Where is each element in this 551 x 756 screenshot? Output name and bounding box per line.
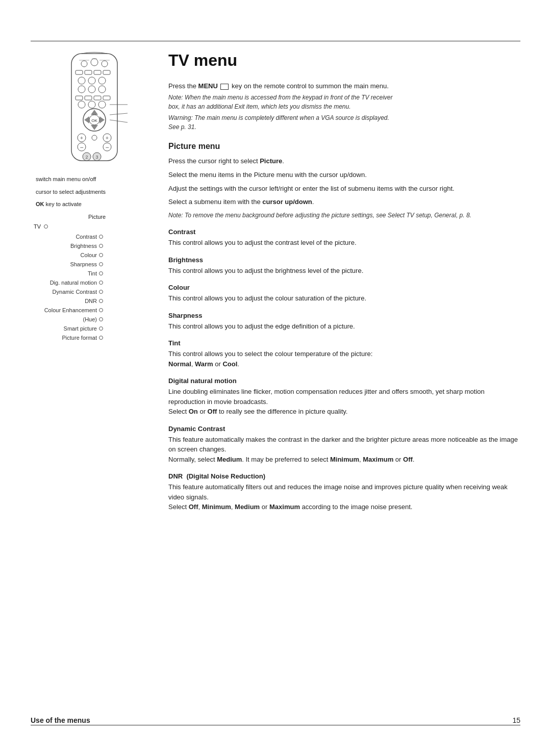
svg-text:+: + [106, 135, 109, 141]
row-label-contrast: Contrast [31, 234, 97, 240]
row-dot-sharpness [99, 262, 103, 266]
intro-press2: key on the remote control to summon the … [232, 82, 389, 90]
row-label-dnr: DNR [31, 298, 97, 304]
dynamic-contrast-title: Dynamic Contrast [168, 425, 520, 433]
svg-rect-18 [85, 96, 92, 100]
sharpness-title: Sharpness [168, 312, 520, 319]
subsection-colour: Colour This control allows you to adjust… [168, 284, 520, 304]
svg-marker-25 [91, 110, 98, 115]
row-label-colour: Colour [31, 252, 97, 258]
intro-press: Press the [168, 82, 196, 90]
row-label-tint: Tint [31, 270, 97, 276]
diagram-row-picture-format: Picture format [31, 333, 163, 342]
pm-line3: Adjust the settings with the cursor left… [168, 184, 520, 194]
diagram-row-brightness: Brightness [31, 241, 163, 250]
page-title: TV menu [168, 51, 520, 70]
colour-title: Colour [168, 284, 520, 291]
remote-illustration: OK + + − − 2 3 [56, 51, 138, 165]
contrast-body: This control allows you to adjust the co… [168, 238, 520, 248]
svg-line-46 [110, 113, 128, 115]
diagram-top-label: Picture [31, 214, 163, 220]
diagram-row-tint: Tint [31, 269, 163, 278]
svg-text:−: − [80, 144, 83, 151]
svg-point-22 [88, 101, 95, 108]
diagram-tree: TV Contrast Brightness Colour Sharp [31, 222, 163, 342]
svg-rect-8 [85, 70, 92, 74]
diagram-row-colour: Colour [31, 250, 163, 260]
pm-line1: Press the cursor right to select Picture… [168, 156, 520, 167]
subsection-brightness: Brightness This control allows you to ad… [168, 256, 520, 276]
svg-rect-9 [94, 70, 101, 74]
cursor-label: cursor to select adjustments [36, 189, 106, 195]
picture-menu-title: Picture menu [168, 142, 520, 151]
subsection-contrast: Contrast This control allows you to adju… [168, 228, 520, 248]
svg-text:2: 2 [85, 155, 88, 160]
tint-body: This control allows you to select the co… [168, 349, 520, 369]
note2: Warning: The main menu is completely dif… [168, 113, 520, 132]
menu-diagram: Picture TV Contrast Brightness Colour [31, 214, 163, 342]
footer: Use of the menus 15 [31, 716, 520, 724]
svg-point-3 [102, 61, 108, 67]
subsection-dnr: DNR (Digital Noise Reduction) This featu… [168, 472, 520, 512]
row-dot-smart-picture [99, 326, 103, 331]
dnm-title: Digital natural motion [168, 377, 520, 385]
top-rule [31, 41, 520, 41]
contrast-title: Contrast [168, 228, 520, 236]
page-container: OK + + − − 2 3 [0, 0, 551, 756]
diagram-tv-dot [44, 224, 48, 229]
sharpness-body: This control allows you to adjust the ed… [168, 321, 520, 332]
svg-rect-10 [103, 70, 110, 74]
svg-point-11 [78, 77, 85, 84]
switch-label: switch main menu on/off [36, 176, 96, 182]
ok-annotation: OK key to activate [36, 200, 163, 209]
svg-text:OK: OK [91, 118, 97, 123]
intro-section: Press the MENU key on the remote control… [168, 82, 520, 132]
diagram-row-contrast: Contrast [31, 232, 163, 241]
pm-line2: Select the menu items in the Picture men… [168, 170, 520, 181]
dnm-body: Line doubling eliminates line flicker, m… [168, 387, 520, 417]
subsection-digital-natural-motion: Digital natural motion Line doubling eli… [168, 377, 520, 417]
row-dot-contrast [99, 235, 103, 239]
dnr-title: DNR (Digital Noise Reduction) [168, 472, 520, 480]
svg-text:3: 3 [95, 155, 98, 160]
svg-marker-26 [91, 125, 98, 130]
svg-text:+: + [80, 135, 83, 141]
pm-note: Note: To remove the menu background befo… [168, 211, 520, 220]
diagram-row-smart-picture: Smart picture [31, 324, 163, 333]
left-panel: OK + + − − 2 3 [31, 51, 163, 342]
dynamic-contrast-body: This feature automatically makes the con… [168, 435, 520, 465]
row-label-dynamic-contrast: Dynamic Contrast [31, 289, 97, 295]
svg-text:−: − [105, 144, 109, 151]
subsection-sharpness: Sharpness This control allows you to adj… [168, 312, 520, 332]
pm-line4: Select a submenu item with the cursor up… [168, 197, 520, 208]
menu-icon [220, 84, 229, 90]
right-panel: TV menu Press the MENU key on the remote… [168, 51, 520, 520]
diagram-row-colour-enh: Colour Enhancement [31, 306, 163, 315]
diagram-row-hue: (Hue) [31, 315, 163, 324]
intro-line-1: Press the MENU key on the remote control… [168, 82, 520, 90]
diagram-row-dnr: DNR [31, 296, 163, 306]
svg-point-15 [88, 86, 95, 93]
dnr-body: This feature automatically filters out a… [168, 482, 520, 512]
diagram-row-dnm: Dig. natural motion [31, 278, 163, 287]
ok-text: key to activate [46, 201, 82, 207]
svg-rect-17 [76, 96, 83, 100]
svg-marker-28 [99, 116, 105, 123]
svg-point-12 [88, 77, 95, 84]
tint-title: Tint [168, 339, 520, 347]
row-dot-colour-enh [99, 308, 103, 312]
svg-point-33 [92, 135, 97, 140]
row-label-sharpness: Sharpness [31, 261, 97, 267]
row-label-hue: (Hue) [31, 316, 97, 322]
svg-point-13 [98, 77, 106, 84]
svg-rect-7 [76, 70, 83, 74]
svg-marker-27 [84, 116, 89, 123]
row-dot-colour [99, 253, 103, 257]
svg-point-23 [98, 101, 106, 108]
row-label-dnm: Dig. natural motion [31, 280, 97, 286]
intro-menu-word: MENU [198, 82, 220, 90]
row-dot-dnr [99, 299, 103, 303]
svg-point-21 [78, 101, 85, 108]
svg-line-45 [110, 120, 128, 122]
diagram-row-sharpness: Sharpness [31, 260, 163, 269]
